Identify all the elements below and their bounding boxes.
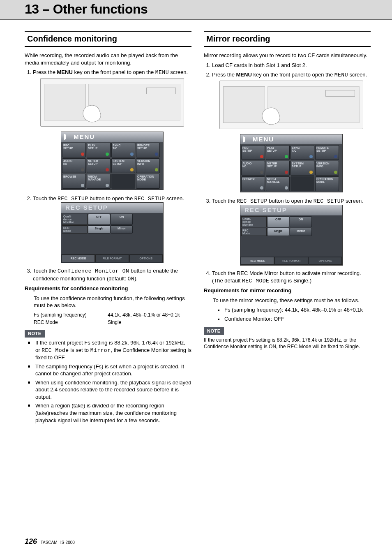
req-value: Single [108,319,121,326]
single-button: Single [267,228,289,236]
controls-area [267,86,360,123]
menu-cell: PLAYSETUP [87,143,111,157]
requirements-row: REC ModeSingle [25,319,191,326]
row-label: Confi-denceMonitor [62,214,88,225]
req-value: 44.1k, 48k, 48k–0.1% or 48+0.1k [108,312,180,318]
menu-grid: RECSETUPPLAYSETUPSYNCT/CREMOTESETUPAUDIO… [240,144,342,192]
intro-paragraph: Mirror recording allows you to record to… [204,52,371,59]
tab-options: OPTIONS [129,254,163,262]
menu-cell: METERSETUP [87,158,111,173]
step-2: Press the MENU key on the front panel to… [212,71,371,192]
requirement-item: Fs (sampling frequency): 44.1k, 48k, 48k… [222,306,371,314]
rec-setup-body: Confi-denceMonitor OFF ON RECMode Single… [240,215,342,257]
chapter-title: 13 – Other functions [25,2,367,17]
requirements-heading: Requirements for confidence monitoring [25,285,191,292]
lcd-area [223,86,265,123]
mirror-button: Mirror [290,228,312,236]
steps-list: Press the MENU key on the front panel to… [25,69,191,282]
step-1: Load CF cards in both Slot 1 and Slot 2. [212,62,371,69]
menu-cell: MEDIAMANAGE [87,174,111,189]
row-label: Confi-denceMonitor [241,216,267,227]
requirements-row: Fs (sampling frequency)44.1k, 48k, 48k–0… [25,312,191,318]
controls-area [88,84,180,120]
menu-cell: VERSIONINFO [315,161,339,176]
single-button: Single [88,225,110,234]
rec-mode-row: RECMode Single Mirror [241,228,341,236]
mirror-button: Mirror [111,225,133,234]
device-illustration [40,78,184,127]
rec-setup-title-bar: REC SETUP [240,205,342,215]
note-text: If the current project Fs setting is 88.… [204,337,371,350]
step-1: Press the MENU key on the front panel to… [33,69,191,190]
two-column-content: Confidence monitoring While recording, t… [25,31,371,426]
rec-setup-tabs: REC MODE FILE FORMAT OPTIONS [240,257,342,265]
menu-cell: AUDIOI/O [241,161,265,176]
rec-setup-title-bar: REC SETUP [61,203,163,213]
menu-cell: RECSETUP [62,143,86,157]
on-button: ON [290,216,312,227]
menu-cell: OPERATIONMODE [315,176,339,191]
menu-cell: MEDIAMANAGE [266,176,290,191]
req-key: Fs (sampling frequency) [34,312,108,318]
menu-cell [111,174,135,189]
tab-file-format: FILE FORMAT [95,254,129,262]
menu-cell: REMOTESETUP [136,143,160,157]
step-4: Touch the REC Mode Mirror button to acti… [212,270,371,284]
menu-cell: RECSETUP [241,145,265,160]
req-key: REC Mode [34,319,108,326]
note-item: When using confidence monitoring, the pl… [33,379,191,401]
manual-page: 13 – Other functions Confidence monitori… [0,0,392,555]
rec-setup-body: Confi-denceMonitor OFF ON RECMode Single… [61,213,163,254]
menu-cell: BROWSE [62,174,86,189]
menu-cell: METERSETUP [266,161,290,176]
menu-title-bar: MENU [240,134,342,144]
note-item: When a region (take) is divided or the r… [33,402,191,424]
tab-file-format: FILE FORMAT [274,257,308,265]
rec-mode-row: RECMode Single Mirror [62,225,162,234]
menu-grid: RECSETUPPLAYSETUPSYNCT/CREMOTESETUPAUDIO… [61,142,163,190]
note-list: If the current project Fs setting is 88.… [25,339,191,424]
page-footer: 126 TASCAM HS-2000 [25,537,75,546]
menu-title-bar: MENU [61,132,163,142]
menu-cell: VERSIONINFO [136,158,160,173]
on-button: ON [111,214,133,225]
menu-cell: SYSTEMSETUP [291,161,314,176]
menu-screenshot: MENU RECSETUPPLAYSETUPSYNCT/CREMOTESETUP… [61,132,164,190]
menu-cell: SYNCT/C [111,143,135,157]
note-label: NOTE [25,330,45,338]
row-label: RECMode [62,225,88,234]
step-2: Touch the REC SETUP button to open the R… [33,195,191,263]
lcd-area [44,84,86,120]
step-3: Touch the REC SETUP button to open the R… [212,197,371,266]
back-arrow-icon [64,134,72,140]
menu-cell: AUDIOI/O [62,158,86,173]
requirements-text: To use the confidence monitoring functio… [25,295,191,309]
right-column: Mirror recording Mirror recording allows… [204,31,371,426]
requirements-list: Fs (sampling frequency): 44.1k, 48k, 48k… [204,306,371,322]
rec-setup-screenshot: REC SETUP Confi-denceMonitor OFF ON RECM… [240,205,343,266]
menu-cell [291,176,314,191]
section-heading: Confidence monitoring [25,31,191,47]
off-button: OFF [267,216,289,227]
menu-cell: OPERATIONMODE [136,174,160,189]
menu-cell: BROWSE [241,176,265,191]
rec-setup-tabs: REC MODE FILE FORMAT OPTIONS [61,254,163,263]
step-3: Touch the Confidence Monitor ON button t… [33,267,191,282]
back-arrow-icon [243,136,251,143]
section-heading: Mirror recording [204,31,371,47]
tab-rec-mode: REC MODE [241,257,274,265]
intro-paragraph: While recording, the recorded audio can … [25,52,191,66]
requirement-item: Confidence Monitor: OFF [222,315,371,323]
row-label: RECMode [241,228,267,236]
requirements-text: To use the mirror recording, these setti… [204,297,371,304]
page-number: 126 [25,537,37,546]
note-label: NOTE [204,327,224,335]
tab-options: OPTIONS [309,257,342,265]
menu-cell: REMOTESETUP [315,145,339,160]
steps-list: Load CF cards in both Slot 1 and Slot 2.… [204,62,371,285]
left-column: Confidence monitoring While recording, t… [25,31,191,426]
menu-screenshot: MENU RECSETUPPLAYSETUPSYNCT/CREMOTESETUP… [240,134,343,192]
footer-model: TASCAM HS-2000 [41,540,75,545]
chapter-title-band: 13 – Other functions [0,0,392,20]
off-button: OFF [88,214,110,225]
